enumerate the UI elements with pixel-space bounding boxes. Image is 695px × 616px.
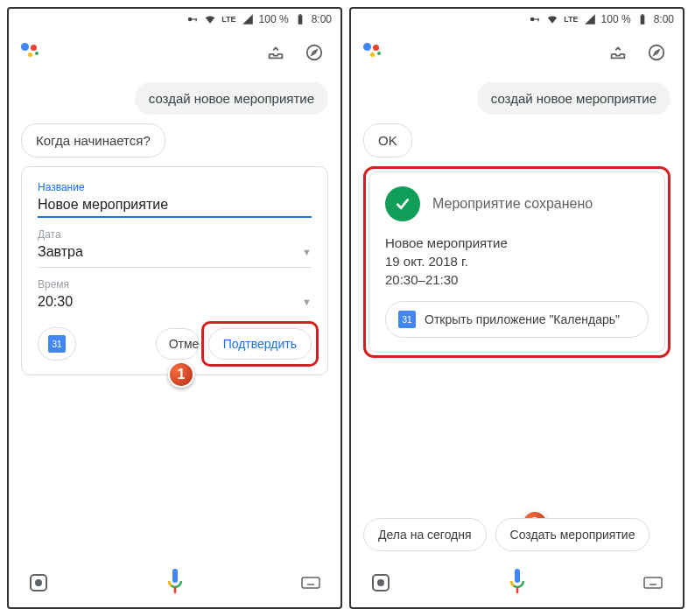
svg-rect-3 [298,15,302,24]
bottom-bar [9,558,340,607]
user-message: создай новое мероприятие [477,82,670,115]
highlight-box: Мероприятие сохранено Новое мероприятие … [363,166,670,358]
svg-rect-10 [302,578,319,588]
svg-point-0 [188,18,193,22]
time-label: Время [38,278,312,290]
user-message: создай новое мероприятие [135,82,328,115]
suggestion-row: Дела на сегодня Создать мероприятие [351,518,683,558]
assistant-message: OK [363,123,412,158]
compass-icon[interactable] [642,38,670,66]
svg-rect-26 [644,578,662,588]
header [351,30,683,75]
title-label: Название [38,181,312,193]
svg-rect-18 [538,18,539,21]
keyboard-icon[interactable] [642,572,663,593]
battery-icon [636,13,649,25]
assistant-message: Когда начинается? [21,123,165,158]
suggestion-chip[interactable]: Создать мероприятие [495,518,650,551]
event-title: Новое мероприятие [385,234,649,252]
compass-icon[interactable] [300,38,328,66]
lens-icon[interactable] [28,572,49,593]
svg-rect-24 [515,569,520,583]
svg-point-16 [530,18,535,22]
svg-rect-19 [640,15,644,24]
mic-icon[interactable] [506,569,529,597]
svg-rect-4 [298,14,300,15]
event-time: 20:30–21:30 [385,270,649,289]
header [9,30,340,75]
bottom-bar [351,558,683,607]
chevron-down-icon: ▼ [302,247,312,257]
event-form-card: Название Дата Завтра▼ Время 20:30▼ 31 От… [21,166,328,375]
wifi-icon [546,13,558,25]
suggestion-chip[interactable]: Дела на сегодня [363,518,487,551]
assistant-logo-icon [363,43,383,62]
calendar-icon: 31 [398,311,416,328]
open-calendar-label: Открыть приложение "Календарь" [425,312,620,326]
svg-rect-2 [196,18,197,21]
battery-pct: 100 % [601,13,631,25]
cancel-button[interactable]: Отмена [156,328,200,360]
svg-point-7 [36,580,41,585]
clock: 8:00 [312,13,332,25]
signal-icon [242,13,254,25]
check-icon [385,186,420,221]
battery-icon [294,13,306,25]
phone-left: LTE 100 % 8:00 создай новое мероприятие … [7,7,342,609]
date-label: Дата [38,228,312,241]
confirm-button[interactable]: Подтвердить [208,328,312,360]
calendar-chip[interactable]: 31 [38,327,76,360]
mic-icon[interactable] [164,569,186,597]
chevron-down-icon: ▼ [302,297,312,307]
signal-icon [584,13,596,25]
svg-point-5 [307,46,322,60]
chat-area: создай новое мероприятие OK Мероприятие … [351,75,683,518]
status-bar: LTE 100 % 8:00 [9,9,340,30]
lens-icon[interactable] [370,572,391,593]
open-calendar-button[interactable]: 31 Открыть приложение "Календарь" [385,301,649,338]
saved-card: Мероприятие сохранено Новое мероприятие … [369,172,665,353]
phone-right: LTE 100 % 8:00 создай новое мероприятие … [349,7,684,609]
lte-label: LTE [221,15,235,24]
status-bar: LTE 100 % 8:00 [351,9,683,30]
keyboard-icon[interactable] [300,572,321,593]
calendar-icon: 31 [48,335,66,353]
svg-point-23 [378,580,383,585]
svg-rect-8 [172,569,178,583]
clock: 8:00 [654,13,674,25]
assistant-logo-icon [21,43,40,62]
annotation-badge-1: 1 [168,361,194,388]
saved-label: Мероприятие сохранено [432,196,593,212]
title-input[interactable] [38,193,312,218]
svg-point-21 [649,46,664,60]
date-value: Завтра [38,244,83,260]
key-icon [186,13,199,25]
event-date: 19 окт. 2018 г. [385,252,649,270]
chat-area: создай новое мероприятие Когда начинаетс… [9,75,340,558]
battery-pct: 100 % [259,13,289,25]
lte-label: LTE [564,15,578,24]
time-value: 20:30 [38,294,73,310]
key-icon [529,13,541,25]
annotation-badge-2: 2 [522,510,548,518]
svg-rect-20 [641,14,642,15]
inbox-icon[interactable] [262,38,290,66]
wifi-icon [204,13,216,25]
date-selector[interactable]: Завтра▼ [38,241,312,268]
inbox-icon[interactable] [604,38,632,66]
